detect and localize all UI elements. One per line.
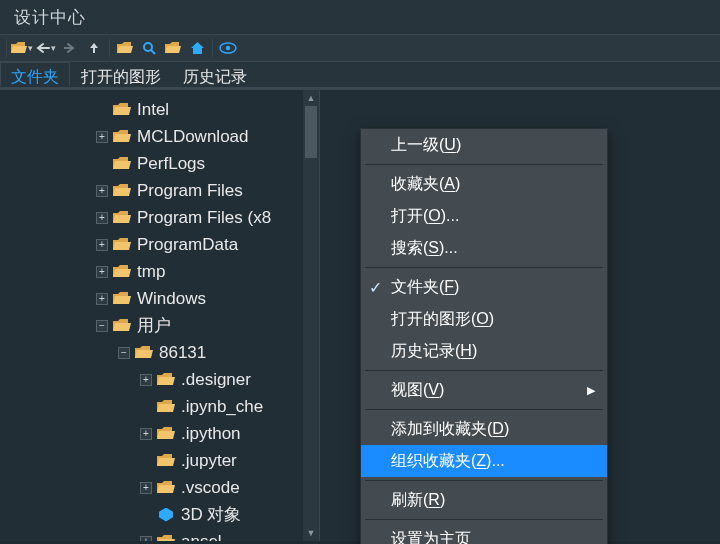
folder-icon [113, 210, 131, 225]
tab-2[interactable]: 历史记录 [172, 62, 258, 87]
tree-label: Program Files [133, 179, 243, 203]
folder-icon [157, 453, 175, 468]
tree-label: Program Files (x8 [133, 206, 271, 230]
back-icon[interactable]: ▾ [35, 37, 57, 59]
expander[interactable]: + [96, 239, 108, 251]
expander[interactable]: + [96, 185, 108, 197]
tab-0[interactable]: 文件夹 [0, 62, 70, 87]
tree-label: 3D 对象 [177, 503, 241, 527]
menu-label: 上一级(U) [391, 135, 461, 156]
menu-item[interactable]: ✓文件夹(F) [361, 271, 607, 303]
scroll-up[interactable]: ▲ [303, 90, 319, 106]
folder-icon [113, 156, 131, 171]
menu-item[interactable]: 收藏夹(A) [361, 168, 607, 200]
folder-icon [113, 237, 131, 252]
tree-row[interactable]: +.ipython [0, 420, 319, 447]
tree-label: Intel [133, 98, 169, 122]
favorites-icon[interactable] [162, 37, 184, 59]
menu-item[interactable]: 组织收藏夹(Z)... [361, 445, 607, 477]
menu-label: 刷新(R) [391, 490, 445, 511]
tree-row[interactable]: +ansel [0, 528, 319, 541]
tree-row[interactable]: +Program Files [0, 177, 319, 204]
preview-icon[interactable] [217, 37, 239, 59]
tree-row[interactable]: −86131 [0, 339, 319, 366]
menu-label: 文件夹(F) [391, 277, 459, 298]
folder-icon[interactable] [114, 37, 136, 59]
svg-point-0 [144, 43, 152, 51]
tree-row[interactable]: 3D 对象 [0, 501, 319, 528]
menu-item[interactable]: 打开(O)... [361, 200, 607, 232]
menu-item[interactable]: 打开的图形(O) [361, 303, 607, 335]
cube-icon [157, 506, 175, 524]
tree-row[interactable]: Intel [0, 96, 319, 123]
expander[interactable]: + [140, 428, 152, 440]
expander[interactable]: + [96, 131, 108, 143]
folder-icon [113, 183, 131, 198]
tree-row[interactable]: .jupyter [0, 447, 319, 474]
svg-point-2 [226, 46, 230, 50]
forward-icon[interactable] [59, 37, 81, 59]
separator [212, 39, 213, 57]
tree-row[interactable]: +ProgramData [0, 231, 319, 258]
menu-item[interactable]: 视图(V)▶ [361, 374, 607, 406]
window-title: 设计中心 [0, 0, 720, 34]
chevron-down-icon: ▾ [28, 43, 33, 53]
expander[interactable]: + [96, 293, 108, 305]
menu-item[interactable]: 设置为主页 [361, 523, 607, 544]
expander[interactable]: − [118, 347, 130, 359]
tree-row[interactable]: +.vscode [0, 474, 319, 501]
expander[interactable]: + [96, 212, 108, 224]
menu-item[interactable]: 上一级(U) [361, 129, 607, 161]
tree-row[interactable]: +Program Files (x8 [0, 204, 319, 231]
check-icon: ✓ [369, 278, 382, 297]
scroll-thumb[interactable] [305, 106, 317, 158]
load-icon[interactable]: ▾ [11, 37, 33, 59]
separator [109, 39, 110, 57]
menu-separator [365, 409, 603, 410]
folder-icon [113, 129, 131, 144]
menu-label: 历史记录(H) [391, 341, 477, 362]
menu-separator [365, 480, 603, 481]
scrollbar[interactable]: ▲ ▼ [303, 90, 319, 541]
tree-label: .vscode [177, 476, 240, 500]
folder-icon [113, 264, 131, 279]
tree-row[interactable]: +Windows [0, 285, 319, 312]
tree-label: 用户 [133, 314, 171, 338]
folder-icon [157, 399, 175, 414]
expander[interactable]: + [140, 536, 152, 542]
scroll-down[interactable]: ▼ [303, 525, 319, 541]
menu-label: 添加到收藏夹(D) [391, 419, 509, 440]
expander[interactable]: − [96, 320, 108, 332]
menu-separator [365, 164, 603, 165]
toolbar: ▾ ▾ [0, 34, 720, 62]
tree-row[interactable]: +.designer [0, 366, 319, 393]
tree-row[interactable]: .ipynb_che [0, 393, 319, 420]
tree-label: tmp [133, 260, 165, 284]
menu-separator [365, 267, 603, 268]
tree-label: PerfLogs [133, 152, 205, 176]
menu-item[interactable]: 搜索(S)... [361, 232, 607, 264]
tree-row[interactable]: −用户 [0, 312, 319, 339]
expander[interactable]: + [140, 482, 152, 494]
tree-row[interactable]: +tmp [0, 258, 319, 285]
title-text: 设计中心 [14, 6, 86, 29]
tree-label: .ipython [177, 422, 241, 446]
folder-icon [157, 426, 175, 441]
up-icon[interactable] [83, 37, 105, 59]
tree-row[interactable]: PerfLogs [0, 150, 319, 177]
tab-1[interactable]: 打开的图形 [70, 62, 172, 87]
menu-label: 收藏夹(A) [391, 174, 460, 195]
tree-panel: Intel+MCLDownloadPerfLogs+Program Files+… [0, 90, 320, 541]
home-icon[interactable] [186, 37, 208, 59]
tree-row[interactable]: +MCLDownload [0, 123, 319, 150]
expander[interactable]: + [96, 266, 108, 278]
tree-label: .designer [177, 368, 251, 392]
search-icon[interactable] [138, 37, 160, 59]
menu-item[interactable]: 添加到收藏夹(D) [361, 413, 607, 445]
tree-label: ProgramData [133, 233, 238, 257]
menu-separator [365, 370, 603, 371]
expander[interactable]: + [140, 374, 152, 386]
menu-item[interactable]: 刷新(R) [361, 484, 607, 516]
folder-icon [113, 291, 131, 306]
menu-item[interactable]: 历史记录(H) [361, 335, 607, 367]
